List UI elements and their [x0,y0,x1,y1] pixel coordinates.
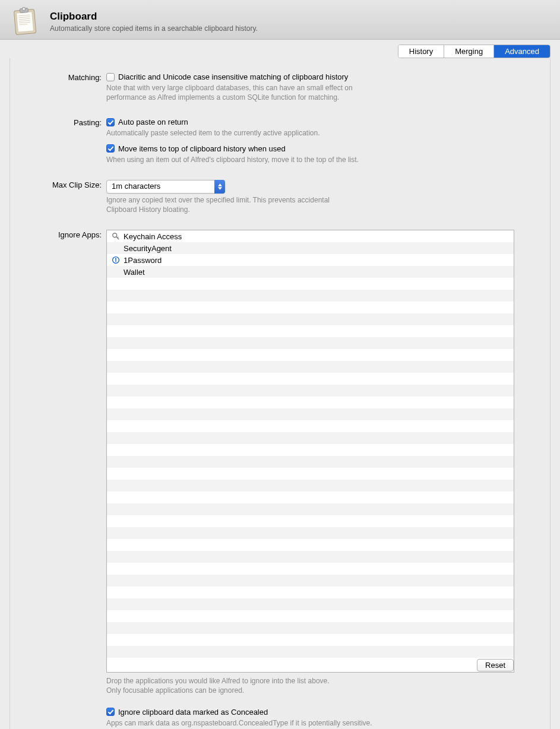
table-row [107,361,514,373]
table-row[interactable]: Wallet [107,266,514,278]
max-clip-row: Max Clip Size: 1m characters Ignore any … [10,180,514,214]
svg-line-15 [118,237,119,238]
table-row[interactable]: SecurityAgent [107,242,514,254]
max-clip-label: Max Clip Size: [10,180,106,214]
reset-button-overlay[interactable]: Reset [477,659,514,671]
table-row [107,290,514,302]
table-row [107,278,514,290]
tab-segmented-control: History Merging Advanced [398,45,550,58]
tab-history[interactable]: History [398,45,444,58]
concealed-label: Ignore clipboard data marked as Conceale… [118,708,268,717]
preferences-window: Clipboard Automatically store copied ite… [0,0,560,729]
max-clip-select-value: 1m characters [106,180,225,194]
header: Clipboard Automatically store copied ite… [0,0,560,40]
pasting-label: Pasting: [10,118,106,164]
app-name: 1Password [124,256,510,265]
ignore-apps-table[interactable]: Keychain AccessSecurityAgent1PasswordWal… [106,230,514,673]
auto-paste-line[interactable]: Auto paste on return [106,118,514,126]
table-row [107,551,514,563]
table-row [107,444,514,456]
table-row [107,302,514,313]
table-row [107,539,514,551]
table-row [107,373,514,385]
table-row [107,468,514,480]
table-row [107,622,514,634]
table-row [107,658,514,670]
matching-checkbox-line[interactable]: Diacritic and Unicode case insensitive m… [106,72,514,81]
table-row [107,492,514,503]
max-clip-desc: Ignore any copied text over the specifie… [106,195,362,214]
max-clip-select[interactable]: 1m characters [106,180,225,194]
tab-advanced[interactable]: Advanced [493,45,550,58]
table-row [107,385,514,397]
tab-merging[interactable]: Merging [444,45,493,58]
ignore-apps-label: Ignore Apps: [10,230,106,729]
select-arrows-icon [214,180,225,194]
move-top-line[interactable]: Move items to top of clipboard history w… [106,144,514,153]
table-row [107,313,514,325]
table-row[interactable]: Keychain Access [107,230,514,242]
table-row [107,646,514,658]
app-name: Wallet [124,268,510,277]
svg-marker-11 [218,183,222,186]
move-top-desc: When using an item out of Alfred's clipb… [106,155,439,164]
auto-paste-desc: Automatically paste selected item to the… [106,128,439,138]
table-row [107,610,514,622]
tab-bar: History Merging Advanced [0,40,560,58]
table-row [107,325,514,337]
ignore-apps-note: Drop the applications you would like Alf… [106,676,514,695]
clipboard-icon [10,5,42,37]
auto-paste-label: Auto paste on return [118,118,188,126]
table-row [107,337,514,349]
page-subtitle: Automatically store copied items in a se… [50,24,258,33]
table-row [107,563,514,575]
table-row [107,432,514,444]
app-name: Keychain Access [124,232,510,241]
ignore-apps-row: Ignore Apps: Keychain AccessSecurityAgen… [10,230,514,729]
concealed-checkbox[interactable] [106,708,115,716]
page-title: Clipboard [50,11,258,23]
matching-checkbox[interactable] [106,73,115,81]
table-row [107,587,514,598]
table-row [107,503,514,515]
svg-rect-1 [17,12,34,32]
table-row [107,634,514,646]
table-row [107,527,514,539]
table-row [107,515,514,527]
concealed-desc: Apps can mark data as org.nspasteboard.C… [106,718,439,730]
table-row [107,456,514,468]
concealed-line[interactable]: Ignore clipboard data marked as Conceale… [106,708,514,717]
matching-row: Matching: Diacritic and Unicode case ins… [10,72,514,102]
matching-desc: Note that with very large clipboard data… [106,83,362,102]
keychain-icon [110,232,121,240]
pasting-row: Pasting: Auto paste on return Automatica… [10,118,514,164]
auto-paste-checkbox[interactable] [106,118,115,126]
onepassword-icon [110,256,121,264]
move-top-checkbox[interactable] [106,144,115,153]
svg-point-18 [115,258,116,259]
table-row[interactable]: 1Password [107,254,514,266]
move-top-label: Move items to top of clipboard history w… [118,144,286,153]
app-name: SecurityAgent [124,244,510,253]
matching-checkbox-label: Diacritic and Unicode case insensitive m… [118,72,348,81]
advanced-pane: Matching: Diacritic and Unicode case ins… [10,58,550,729]
matching-label: Matching: [10,72,106,102]
table-row [107,575,514,587]
svg-marker-12 [218,187,222,189]
table-row [107,420,514,432]
table-row [107,349,514,361]
table-row [107,397,514,408]
table-row [107,598,514,610]
table-row [107,480,514,492]
table-row [107,408,514,420]
